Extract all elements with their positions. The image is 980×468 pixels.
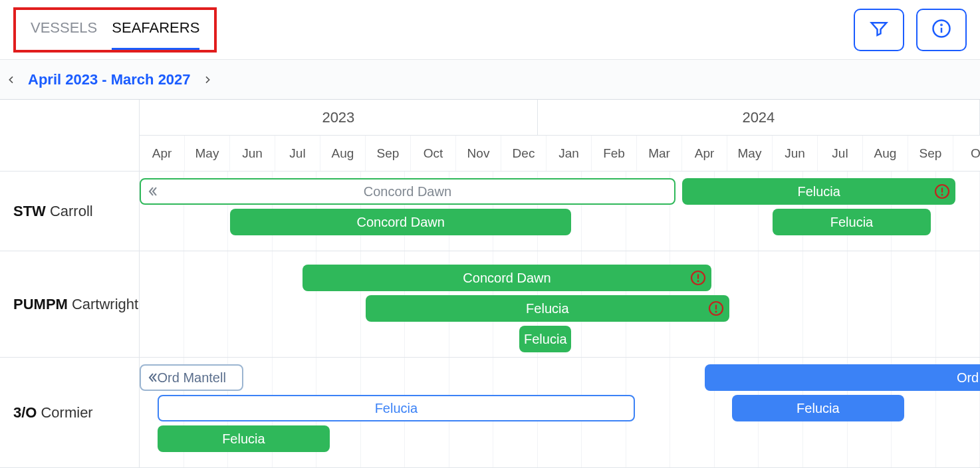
assignment-label: Felucia [375, 401, 418, 416]
assignment-label: Ord Mantell [158, 370, 226, 386]
year-header: 2023 [140, 100, 538, 135]
svg-point-8 [697, 281, 699, 283]
next-range-button[interactable] [201, 74, 213, 86]
assignment-bar[interactable]: Felucia [519, 326, 571, 352]
timeline: 20232024 AprMayJunJulAugSepOctNovDecJanF… [140, 100, 980, 468]
assignment-bar[interactable]: Felucia [682, 178, 955, 205]
month-header: Sep [366, 136, 411, 171]
year-header: 2024 [538, 100, 980, 135]
assignment-bar[interactable]: Concord Dawn [303, 265, 711, 291]
assignment-label: Felucia [797, 184, 840, 199]
person-cell[interactable]: STWCarroll [0, 172, 139, 251]
left-header-spacer [0, 100, 139, 172]
month-header: May [727, 136, 773, 171]
tab-vessels[interactable]: VESSELS [31, 19, 97, 45]
lane-row: Concord DawnFeluciaFelucia [140, 251, 980, 358]
assignment-label: Concord Dawn [357, 215, 445, 230]
continues-left-icon [146, 185, 160, 198]
assignment-label: Concord Dawn [463, 271, 551, 286]
assignment-label: Felucia [524, 332, 566, 347]
people-column: STWCarrollPUMPMCartwright3/OCormier [0, 100, 140, 468]
date-range-row: April 2023 - March 2027 [0, 60, 980, 100]
assignment-bar[interactable]: Felucia [366, 295, 729, 322]
year-header-row: 20232024 [140, 100, 980, 136]
person-name: Carroll [50, 203, 93, 220]
month-header: Mar [637, 136, 682, 171]
svg-point-5 [941, 194, 943, 196]
assignment-bar[interactable]: Concord Dawn [140, 178, 675, 205]
header-bar: VESSELS SEAFARERS [0, 0, 980, 60]
assignment-bar[interactable]: Concord Dawn [230, 209, 571, 235]
assignment-bar[interactable]: Ord Ma [705, 364, 980, 391]
warning-icon [690, 270, 706, 286]
month-header: Jul [275, 136, 320, 171]
continues-left-icon [146, 371, 160, 384]
month-header: Nov [456, 136, 501, 171]
month-header: Feb [592, 136, 637, 171]
person-rank: STW [13, 203, 46, 220]
assignment-bar[interactable]: Felucia [773, 209, 931, 235]
warning-icon [934, 183, 950, 199]
assignment-label: Felucia [526, 301, 568, 316]
filter-button[interactable] [854, 9, 904, 51]
assignment-bar[interactable]: Felucia [158, 425, 329, 452]
month-header: Apr [682, 136, 727, 171]
month-header: Jul [818, 136, 863, 171]
warning-icon [708, 300, 724, 316]
header-actions [854, 9, 967, 51]
person-cell[interactable]: PUMPMCartwright [0, 251, 139, 358]
assignment-label: Felucia [796, 401, 839, 416]
month-header: O [953, 136, 980, 171]
assignment-label: Felucia [830, 215, 873, 230]
month-header: Oct [411, 136, 456, 171]
person-name: Cormier [41, 404, 92, 421]
person-cell[interactable]: 3/OCormier [0, 358, 139, 468]
tab-seafarers[interactable]: SEAFARERS [112, 19, 199, 45]
assignment-label: Ord Ma [957, 370, 980, 386]
person-name: Cartwright [72, 296, 138, 313]
lane-row: Concord DawnFeluciaConcord DawnFelucia [140, 172, 980, 251]
month-header: Jan [547, 136, 592, 171]
month-header: Dec [501, 136, 547, 171]
month-header-row: AprMayJunJulAugSepOctNovDecJanFebMarAprM… [140, 136, 980, 172]
month-header: May [185, 136, 230, 171]
svg-point-2 [941, 25, 941, 25]
prev-range-button[interactable] [5, 74, 17, 86]
tabs-highlight-box: VESSELS SEAFARERS [13, 7, 217, 53]
assignment-label: Concord Dawn [364, 184, 451, 199]
timeline-lanes: Concord DawnFeluciaConcord DawnFeluciaCo… [140, 172, 980, 468]
assignment-bar[interactable]: Ord Mantell [140, 364, 243, 391]
info-button[interactable] [916, 9, 967, 51]
date-range-label[interactable]: April 2023 - March 2027 [24, 71, 195, 88]
gantt-area: STWCarrollPUMPMCartwright3/OCormier 2023… [0, 100, 980, 468]
assignment-bar[interactable]: Felucia [158, 395, 634, 421]
svg-point-11 [715, 311, 717, 313]
month-header: Aug [863, 136, 908, 171]
month-header: Apr [140, 136, 185, 171]
lane-row: Ord MantellOrd MaFeluciaFeluciaFelucia [140, 358, 980, 468]
month-header: Jun [230, 136, 275, 171]
month-header: Aug [320, 136, 366, 171]
info-icon [931, 19, 951, 41]
person-rank: 3/O [13, 404, 37, 421]
assignment-bar[interactable]: Felucia [732, 395, 904, 421]
filter-icon [869, 19, 889, 41]
month-header: Jun [773, 136, 818, 171]
assignment-label: Felucia [222, 431, 265, 447]
person-rank: PUMPM [13, 296, 68, 313]
month-header: Sep [908, 136, 953, 171]
